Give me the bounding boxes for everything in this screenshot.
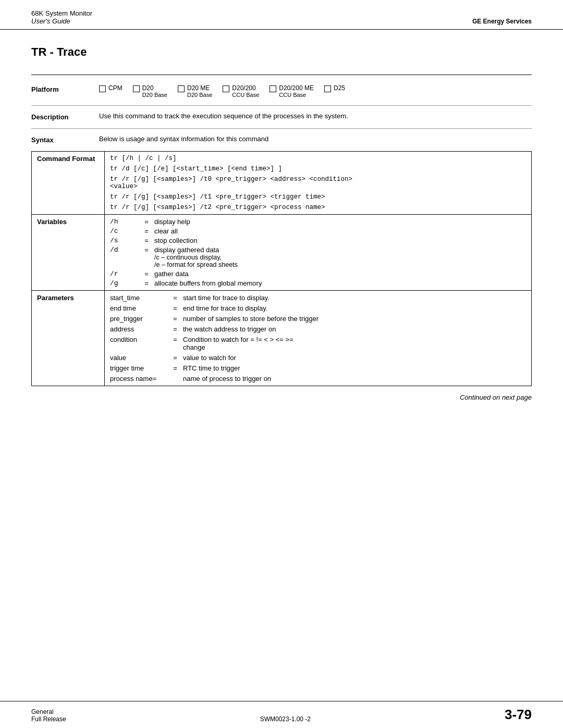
platform-items: CPM D20 D20 Base D20 ME — [99, 84, 532, 98]
header: 68K System Monitor User's Guide GE Energ… — [0, 0, 563, 30]
variables-content: /h = display help /c = clear all /s — [105, 215, 532, 291]
cmd-line-1: tr [/h | /c | /s] — [110, 155, 526, 162]
platform-d20-bottom: D20 Base — [142, 92, 167, 98]
platform-item-d20: D20 D20 Base — [133, 84, 167, 98]
main-content: TR - Trace Platform CPM D20 — [0, 30, 563, 701]
param-process-name: process name= name of process to trigger… — [110, 375, 526, 382]
continued-text: Continued on next page — [31, 393, 532, 401]
platform-item-d25: D25 — [324, 84, 345, 92]
header-subtitle: User's Guide — [31, 17, 92, 25]
var-c: /c = clear all — [110, 227, 526, 235]
footer-general: General — [31, 708, 66, 715]
var-d-sub2: /e – format for spread sheets — [110, 261, 526, 268]
cmd-line-2: tr /d [/c] [/e] [<start_time> [<end time… — [110, 165, 526, 172]
variables-label: Variables — [32, 215, 105, 291]
command-format-row: Command Format tr [/h | /c | /s] tr /d [… — [32, 152, 532, 215]
platform-item-cpm: CPM — [99, 84, 123, 92]
platform-d20200me-bottom: CCU Base — [279, 92, 314, 98]
parameters-content: start_time = start time for trace to dis… — [105, 291, 532, 386]
description-label: Description — [31, 112, 99, 121]
var-r: /r = gather data — [110, 270, 526, 278]
platform-d20200me-top: D20/200 ME — [279, 84, 314, 92]
footer-left: General Full Release — [31, 708, 66, 723]
param-start-time: start_time = start time for trace to dis… — [110, 294, 526, 302]
var-h: /h = display help — [110, 218, 526, 226]
footer-center: SWM0023-1.00 -2 — [260, 715, 311, 723]
description-content: Use this command to track the execution … — [99, 112, 532, 121]
checkbox-d20200[interactable] — [223, 85, 229, 92]
header-left: 68K System Monitor User's Guide — [31, 9, 92, 25]
command-format-label: Command Format — [32, 152, 105, 215]
checkbox-cpm[interactable] — [99, 85, 106, 92]
cmd-format-lines: tr [/h | /c | /s] tr /d [/c] [/e] [<star… — [110, 155, 526, 211]
var-d-group: /d = display gathered data /c – continuo… — [110, 246, 526, 268]
checkbox-d20200me[interactable] — [270, 85, 276, 92]
param-pre-trigger: pre_trigger = number of samples to store… — [110, 315, 526, 323]
header-brand: GE Energy Services — [472, 18, 532, 25]
platform-content: CPM D20 D20 Base D20 ME — [99, 84, 532, 98]
platform-d20200-top: D20/200 — [232, 84, 259, 92]
platform-cpm-label: CPM — [108, 84, 123, 92]
footer: General Full Release SWM0023-1.00 -2 3-7… — [0, 701, 563, 728]
header-title: 68K System Monitor — [31, 9, 92, 17]
footer-page-number: 3-79 — [505, 707, 532, 723]
checkbox-d25[interactable] — [324, 85, 331, 92]
command-table: Command Format tr [/h | /c | /s] tr /d [… — [31, 151, 532, 386]
var-d-sub1: /c – continuous display, — [110, 254, 526, 261]
platform-label: Platform — [31, 84, 99, 98]
cmd-line-3: tr /r [/g] [<samples>] /t0 <pre_trigger>… — [110, 176, 526, 190]
platform-item-d20200me: D20/200 ME CCU Base — [270, 84, 314, 98]
platform-d20me-bottom: D20 Base — [187, 92, 212, 98]
cmd-line-5: tr /r [/g] [<samples>] /t2 <pre_trigger>… — [110, 204, 526, 211]
checkbox-d20me[interactable] — [178, 85, 185, 92]
syntax-content: Below is usage and syntax information fo… — [99, 135, 532, 144]
syntax-row: Syntax Below is usage and syntax informa… — [31, 135, 532, 144]
page-wrapper: 68K System Monitor User's Guide GE Energ… — [0, 0, 563, 728]
platform-d20me-top: D20 ME — [187, 84, 212, 92]
checkbox-d20[interactable] — [133, 85, 140, 92]
section-divider-2 — [31, 128, 532, 129]
param-condition-group: condition = Condition to watch for = != … — [110, 336, 526, 351]
param-value: value = value to watch for — [110, 354, 526, 362]
variables-row: Variables /h = display help /c = — [32, 215, 532, 291]
platform-d25-label: D25 — [334, 84, 345, 92]
var-lines: /h = display help /c = clear all /s — [110, 218, 526, 287]
platform-d20200-bottom: CCU Base — [232, 92, 259, 98]
command-format-content: tr [/h | /c | /s] tr /d [/c] [/e] [<star… — [105, 152, 532, 215]
param-condition-sub: change — [110, 343, 526, 351]
section-divider-1 — [31, 105, 532, 106]
page-title: TR - Trace — [31, 45, 532, 59]
param-lines: start_time = start time for trace to dis… — [110, 294, 526, 382]
param-address: address = the watch address to trigger o… — [110, 325, 526, 333]
platform-item-d20200: D20/200 CCU Base — [223, 84, 259, 98]
description-row: Description Use this command to track th… — [31, 112, 532, 121]
platform-item-d20me: D20 ME D20 Base — [178, 84, 212, 98]
platform-d20-top: D20 — [142, 84, 167, 92]
var-s: /s = stop collection — [110, 237, 526, 244]
parameters-row: Parameters start_time = start time for t… — [32, 291, 532, 386]
param-end-time: end time = end time for trace to display… — [110, 304, 526, 312]
top-divider — [31, 75, 532, 75]
footer-release: Full Release — [31, 715, 66, 723]
parameters-label: Parameters — [32, 291, 105, 386]
var-g: /g = allocate buffers from global memory — [110, 279, 526, 287]
platform-row: Platform CPM D20 D20 Base — [31, 84, 532, 98]
cmd-line-4: tr /r [/g] [<samples>] /t1 <pre_trigger>… — [110, 193, 526, 201]
syntax-label: Syntax — [31, 135, 99, 144]
param-trigger-time: trigger time = RTC time to trigger — [110, 364, 526, 372]
